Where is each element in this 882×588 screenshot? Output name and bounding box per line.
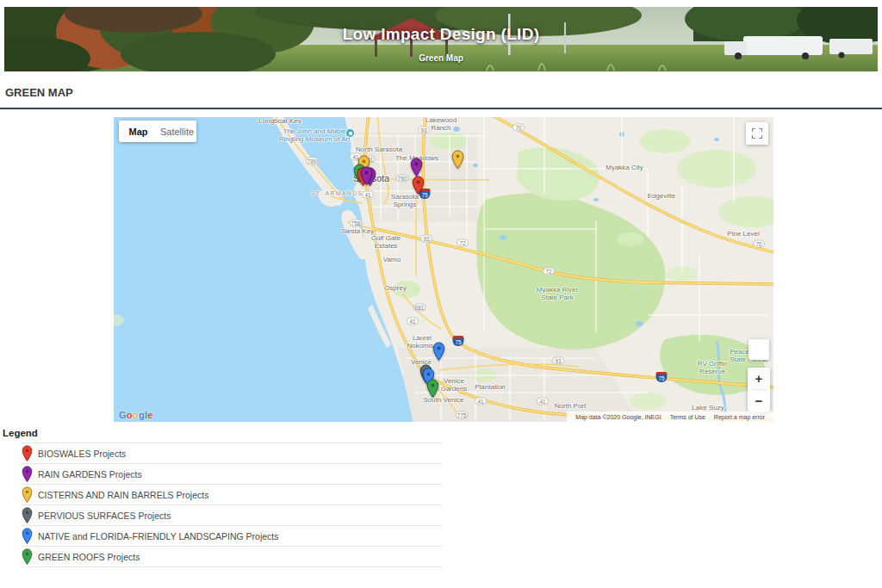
blue-legend-pin-icon: [22, 528, 33, 544]
route-shield: 780: [396, 175, 409, 183]
map-label: Longboat Key: [258, 117, 301, 125]
map-attribution: Map data ©2020 Google, INEGI Terms of Us…: [567, 412, 773, 422]
route-shield: 789: [306, 158, 319, 165]
interstate-shield: 75: [656, 372, 668, 382]
map-label: Nokomis: [407, 342, 433, 350]
map-label: Gulf GateEstates: [371, 234, 401, 251]
pegman-control[interactable]: [748, 339, 769, 360]
google-logo[interactable]: Google: [119, 410, 153, 420]
section-title: GREEN MAP: [5, 86, 73, 99]
route-shield: 681: [413, 304, 426, 312]
gray-legend-pin-icon: [22, 507, 33, 523]
legend-item: PERVIOUS SURFACES Projects: [22, 505, 442, 526]
blue-map-pin[interactable]: [432, 342, 445, 364]
route-shield: 93: [418, 127, 430, 134]
fullscreen-icon: [752, 128, 762, 139]
map-type-satellite-button[interactable]: Satellite: [158, 121, 196, 142]
legend-item-label: BIOSWALES Projects: [38, 449, 126, 459]
map-label: RV GriffinReserve: [698, 360, 727, 376]
route-shield: 41: [475, 398, 487, 405]
purple-legend-pin-icon: [22, 466, 33, 482]
map-label: VeniceGardens: [441, 377, 468, 393]
map-label: Myakka RiverState Park: [537, 286, 578, 302]
map-label: LakewoodRanch: [425, 117, 457, 132]
route-shield: 41: [407, 318, 419, 325]
legend-item: CISTERNS AND RAIN BARRELS Projects: [22, 485, 442, 505]
legend-item-label: PERVIOUS SURFACES Projects: [38, 511, 171, 521]
map-label: ST. ARMANDS: [311, 190, 363, 197]
map-data-attribution: Map data ©2020 Google, INEGI: [571, 414, 665, 420]
green-map[interactable]: Longboat KeyLakewoodRanchThe John and Ma…: [114, 117, 773, 422]
map-label: North Sarasota: [356, 145, 402, 153]
zoom-out-button[interactable]: −: [748, 390, 770, 412]
route-shield: 93: [552, 357, 564, 365]
legend-item: BIOSWALES Projects: [22, 443, 442, 464]
section-divider: [0, 108, 882, 109]
route-shield: 41: [362, 191, 374, 199]
map-label: Myakka City: [606, 164, 643, 171]
red-map-pin[interactable]: [412, 176, 425, 198]
map-label: Osprey: [384, 284, 407, 292]
legend-item: NATIVE and FLORIDA-FRIENDLY LANDSCAPING …: [22, 526, 442, 547]
zoom-control[interactable]: + −: [748, 368, 770, 412]
route-shield: 70: [512, 124, 525, 132]
map-label: Siesta Key: [341, 227, 374, 235]
purple-map-pin[interactable]: [360, 166, 373, 189]
yellow-legend-pin-icon: [22, 486, 33, 503]
route-shield: 70: [753, 240, 765, 248]
route-shield: 775: [456, 412, 469, 419]
route-shield: 41: [537, 398, 549, 405]
route-shield: 758: [350, 220, 363, 227]
green-map-pin[interactable]: [426, 379, 439, 401]
map-label: Vamo: [383, 256, 401, 263]
map-label: Edgeville: [648, 192, 675, 200]
route-shield: 72: [457, 239, 469, 247]
hero-banner: Low Impact Design (LID) Green Map: [4, 7, 878, 71]
legend-item-label: NATIVE and FLORIDA-FRIENDLY LANDSCAPING …: [38, 531, 279, 542]
green-legend-pin-icon: [22, 548, 33, 565]
map-label: Plantation: [475, 383, 506, 391]
report-map-error-link[interactable]: Report a map error: [710, 414, 769, 420]
map-label: The John and MableRingling Museum of Art: [279, 127, 351, 144]
legend-item-label: CISTERNS AND RAIN BARRELS Projects: [38, 490, 208, 500]
legend-item: GREEN ROOFS Projects: [22, 547, 442, 567]
page-title: Low Impact Design (LID): [4, 7, 878, 44]
legend-list: BIOSWALES ProjectsRAIN GARDENS ProjectsC…: [22, 443, 442, 567]
yellow-map-pin[interactable]: [451, 150, 464, 172]
legend-heading: Legend: [3, 428, 38, 438]
map-label: Pine Level: [727, 230, 759, 238]
zoom-in-button[interactable]: +: [748, 368, 770, 389]
map-label: North Port: [555, 402, 586, 410]
map-type-control[interactable]: Map Satellite: [119, 121, 196, 142]
interstate-shield: 75: [453, 336, 464, 346]
legend-item: RAIN GARDENS Projects: [22, 464, 442, 485]
legend-item-label: GREEN ROOFS Projects: [38, 552, 140, 562]
route-shield: 93: [420, 235, 432, 243]
terms-of-use-link[interactable]: Terms of Use: [666, 414, 710, 420]
map-type-map-button[interactable]: Map: [119, 121, 158, 142]
page-subtitle: Green Map: [4, 53, 878, 63]
fullscreen-button[interactable]: [746, 122, 768, 145]
legend-item-label: RAIN GARDENS Projects: [38, 469, 142, 480]
route-shield: 72: [543, 268, 555, 275]
red-legend-pin-icon: [22, 445, 33, 461]
